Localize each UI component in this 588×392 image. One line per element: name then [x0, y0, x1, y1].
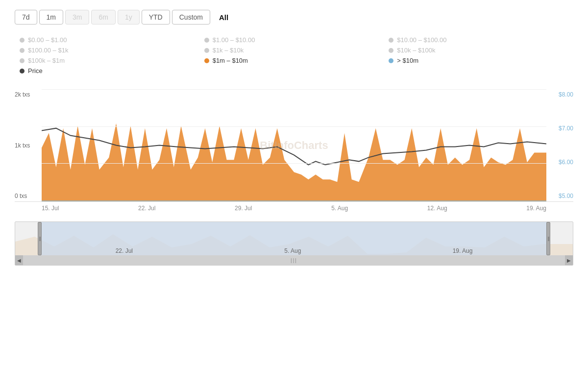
legend-dot-8	[389, 58, 393, 63]
legend-item-7: $1m – $10m	[204, 57, 384, 64]
y-label-top: 2k txs	[15, 91, 30, 98]
y-label-mid: 1k txs	[15, 142, 30, 149]
legend-item-4: $1k – $10k	[204, 47, 384, 54]
y-right-2: $7.00	[559, 125, 573, 132]
legend-dot-0	[20, 38, 24, 43]
main-chart-svg	[42, 89, 546, 201]
btn-7d[interactable]: 7d	[15, 10, 37, 24]
range-scrollbar: ◀ ||| ▶	[15, 255, 573, 265]
legend-item-2: $10.00 – $100.00	[389, 36, 568, 44]
range-label-2: 19. Aug	[453, 247, 473, 254]
orange-area	[42, 123, 546, 201]
legend-dot-2	[389, 38, 393, 43]
range-label-1: 5. Aug	[284, 247, 301, 254]
legend-label-9: Price	[28, 67, 43, 74]
legend-label-7: $1m – $10m	[213, 57, 248, 64]
x-label-2: 29. Jul	[235, 205, 252, 212]
btn-3m[interactable]: 3m	[65, 10, 89, 24]
legend-label-5: $10k – $100k	[397, 47, 435, 54]
y-axis-right: $8.00 $7.00 $6.00 $5.00	[559, 89, 573, 201]
range-selector[interactable]: || || 22. Jul 5. Aug 19. Aug ◀ ||| ▶	[15, 221, 573, 266]
x-label-3: 5. Aug	[331, 205, 348, 212]
grid-line-mid	[42, 126, 546, 127]
time-range-buttons: 7d 1m 3m 6m 1y YTD Custom All	[15, 10, 573, 24]
y-right-4: $5.00	[559, 193, 573, 199]
scroll-track[interactable]: |||	[23, 255, 565, 265]
handle-right-lines: ||	[548, 236, 549, 241]
legend-label-4: $1k – $10k	[213, 47, 244, 54]
btn-ytd[interactable]: YTD	[142, 10, 170, 24]
handle-left-lines: ||	[39, 236, 41, 241]
legend-label-6: $100k – $1m	[28, 57, 65, 64]
y-right-1: $8.00	[559, 91, 573, 98]
scroll-left-btn[interactable]: ◀	[15, 255, 23, 265]
chart-svg: BitInfoCharts	[42, 89, 546, 201]
legend-label-8: > $10m	[397, 57, 418, 64]
grid-line-low	[42, 163, 546, 164]
legend-dot-4	[204, 48, 209, 53]
chart-wrapper: 2k txs 1k txs 0 txs $8.00 $7.00 $6.00 $5…	[15, 89, 573, 212]
legend-label-1: $1.00 – $10.00	[213, 36, 255, 44]
main-container: 7d 1m 3m 6m 1y YTD Custom All $0.00 – $1…	[0, 0, 588, 275]
range-date-labels: 22. Jul 5. Aug 19. Aug	[15, 247, 573, 254]
scroll-thumb: |||	[291, 258, 297, 263]
x-label-1: 22. Jul	[138, 205, 155, 212]
range-label-0: 22. Jul	[116, 247, 133, 254]
x-label-5: 19. Aug	[526, 205, 546, 212]
btn-6m[interactable]: 6m	[91, 10, 115, 24]
legend-item-3: $100.00 – $1k	[20, 47, 199, 54]
x-label-0: 15. Jul	[42, 205, 59, 212]
legend-item-9: Price	[20, 67, 199, 74]
chart-area: 2k txs 1k txs 0 txs $8.00 $7.00 $6.00 $5…	[15, 89, 573, 202]
legend-item-8: > $10m	[389, 57, 568, 64]
grid-line-top	[42, 89, 546, 90]
legend-label-0: $0.00 – $1.00	[28, 36, 67, 44]
legend-item-0: $0.00 – $1.00	[20, 36, 199, 44]
y-right-3: $6.00	[559, 159, 573, 166]
legend-item-1: $1.00 – $10.00	[204, 36, 384, 44]
btn-custom[interactable]: Custom	[172, 10, 210, 24]
legend-dot-1	[204, 38, 209, 43]
legend-label-2: $10.00 – $100.00	[397, 36, 446, 44]
btn-1y[interactable]: 1y	[118, 10, 140, 24]
x-axis: 15. Jul 22. Jul 29. Jul 5. Aug 12. Aug 1…	[15, 202, 573, 212]
legend-dot-9	[20, 69, 24, 74]
legend-dot-7	[204, 58, 209, 63]
scroll-right-btn[interactable]: ▶	[565, 255, 573, 265]
legend-dot-5	[389, 48, 393, 53]
y-label-bot: 0 txs	[15, 193, 30, 199]
btn-all[interactable]: All	[212, 10, 235, 24]
btn-1m[interactable]: 1m	[39, 10, 63, 24]
legend-dot-3	[20, 48, 24, 53]
legend-item-6: $100k – $1m	[20, 57, 199, 64]
x-label-4: 12. Aug	[427, 205, 447, 212]
chart-legend: $0.00 – $1.00 $1.00 – $10.00 $10.00 – $1…	[15, 36, 573, 74]
blue-baseline	[42, 200, 546, 201]
legend-item-5: $10k – $100k	[389, 47, 568, 54]
legend-dot-6	[20, 58, 24, 63]
y-axis-left: 2k txs 1k txs 0 txs	[15, 89, 30, 201]
legend-label-3: $100.00 – $1k	[28, 47, 68, 54]
